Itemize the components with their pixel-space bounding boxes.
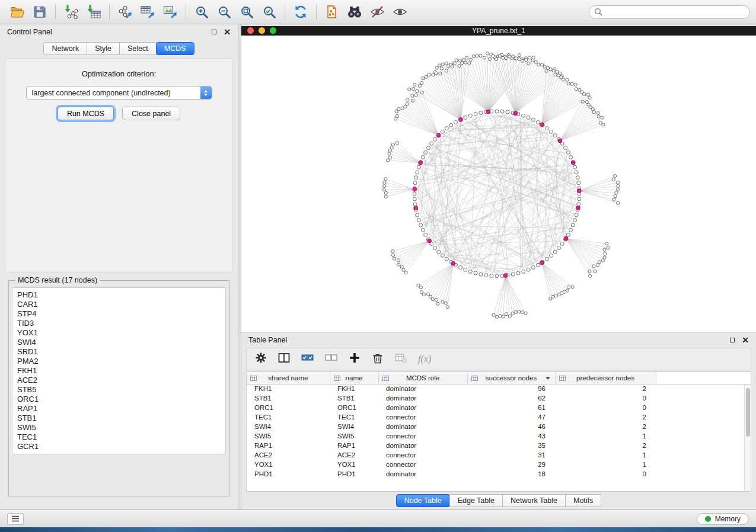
- network-graph[interactable]: [241, 36, 756, 332]
- table-cell[interactable]: 1: [555, 450, 656, 460]
- refresh-button[interactable]: [289, 2, 312, 21]
- table-cell[interactable]: 2: [555, 384, 656, 393]
- mcds-node-item[interactable]: TEC1: [17, 432, 221, 442]
- table-cell[interactable]: ACE2: [247, 450, 330, 460]
- close-table-panel-button[interactable]: ✕: [742, 337, 749, 343]
- mcds-node-item[interactable]: ORC1: [17, 395, 221, 404]
- minimize-window-button[interactable]: [259, 27, 265, 34]
- table-cell[interactable]: YOX1: [330, 460, 378, 469]
- close-panel-button[interactable]: ✕: [224, 29, 231, 35]
- criterion-dropdown[interactable]: largest connected component (undirected): [26, 86, 212, 100]
- table-cell[interactable]: 46: [467, 422, 555, 431]
- mcds-node-item[interactable]: FKH1: [17, 366, 221, 376]
- table-cell[interactable]: dominator: [378, 393, 467, 403]
- table-cell[interactable]: 1: [555, 460, 656, 469]
- table-cell[interactable]: 62: [467, 393, 555, 403]
- mcds-node-item[interactable]: GCR1: [17, 442, 221, 451]
- table-cell[interactable]: 43: [467, 431, 555, 441]
- column-header-predecessor-nodes[interactable]: predecessor nodes: [555, 372, 656, 384]
- table-cell[interactable]: dominator: [378, 422, 467, 431]
- table-scrollbar-thumb[interactable]: [746, 388, 750, 437]
- table-cell[interactable]: 31: [467, 450, 555, 460]
- table-cell[interactable]: 47: [467, 412, 555, 422]
- table-cell[interactable]: 29: [467, 460, 555, 469]
- run-mcds-button[interactable]: Run MCDS: [58, 107, 114, 120]
- maximize-window-button[interactable]: [270, 27, 276, 34]
- export-network-button[interactable]: [114, 2, 136, 21]
- search-network-button[interactable]: [343, 2, 366, 21]
- show-columns-button[interactable]: [278, 352, 290, 366]
- memory-button[interactable]: Memory: [697, 513, 749, 525]
- table-cell[interactable]: connector: [378, 460, 467, 469]
- float-panel-button[interactable]: [212, 28, 216, 36]
- table-cell[interactable]: TEC1: [330, 412, 378, 422]
- table-row[interactable]: RAP1RAP1dominator352: [247, 441, 751, 450]
- table-cell[interactable]: dominator: [378, 384, 467, 393]
- table-row[interactable]: SWI4SWI4dominator462: [247, 422, 751, 431]
- delete-table-button[interactable]: [395, 352, 407, 366]
- export-image-button[interactable]: [159, 2, 181, 21]
- table-cell[interactable]: 96: [467, 384, 555, 393]
- table-row[interactable]: STB1STB1dominator620: [247, 393, 751, 403]
- table-cell[interactable]: dominator: [378, 469, 467, 479]
- tab-network-table[interactable]: Network Table: [502, 494, 566, 507]
- mcds-node-item[interactable]: SWI4: [17, 338, 221, 347]
- tab-edge-table[interactable]: Edge Table: [449, 494, 503, 507]
- mcds-node-item[interactable]: SRD1: [17, 347, 221, 357]
- float-table-panel-button[interactable]: [730, 336, 735, 344]
- duplicate-network-button[interactable]: [321, 2, 343, 21]
- table-cell[interactable]: dominator: [378, 403, 467, 412]
- table-cell[interactable]: FKH1: [330, 384, 378, 393]
- tab-mcds[interactable]: MCDS: [156, 42, 194, 55]
- column-header-shared-name[interactable]: shared name: [247, 372, 330, 384]
- open-session-button[interactable]: [6, 2, 28, 21]
- delete-column-button[interactable]: [372, 352, 384, 367]
- table-row[interactable]: ACE2ACE2connector311: [247, 450, 751, 460]
- close-mcds-panel-button[interactable]: Close panel: [122, 107, 180, 120]
- table-cell[interactable]: PHD1: [330, 469, 378, 479]
- table-row[interactable]: PHD1PHD1dominator180: [247, 469, 751, 479]
- table-cell[interactable]: STB1: [247, 393, 330, 403]
- table-cell[interactable]: ORC1: [247, 403, 330, 412]
- table-row[interactable]: FKH1FKH1dominator962: [247, 384, 751, 393]
- table-cell[interactable]: connector: [378, 431, 467, 441]
- hide-graphics-details-button[interactable]: [366, 2, 388, 21]
- mcds-node-item[interactable]: PMA2: [17, 357, 221, 366]
- mcds-node-item[interactable]: RAP1: [17, 404, 221, 414]
- table-cell[interactable]: dominator: [378, 441, 467, 450]
- table-cell[interactable]: 61: [467, 403, 555, 412]
- tab-select[interactable]: Select: [119, 42, 157, 55]
- mcds-node-item[interactable]: SWI5: [17, 423, 221, 432]
- table-cell[interactable]: 18: [467, 469, 555, 479]
- close-window-button[interactable]: [247, 27, 254, 34]
- table-cell[interactable]: connector: [378, 412, 467, 422]
- table-row[interactable]: TEC1TEC1connector472: [247, 412, 751, 422]
- table-row[interactable]: YOX1YOX1connector291: [247, 460, 751, 469]
- table-cell[interactable]: SWI4: [247, 422, 330, 431]
- deselect-all-button[interactable]: [325, 352, 337, 366]
- search-input[interactable]: [589, 5, 750, 19]
- column-header-successor-nodes[interactable]: successor nodes: [467, 372, 555, 384]
- table-cell[interactable]: SWI5: [247, 431, 330, 441]
- mcds-node-item[interactable]: TID3: [17, 319, 221, 328]
- table-cell[interactable]: ORC1: [330, 403, 378, 412]
- table-scrollbar[interactable]: [744, 384, 751, 491]
- table-cell[interactable]: SWI4: [330, 422, 378, 431]
- select-all-button[interactable]: [301, 352, 314, 366]
- tab-node-table[interactable]: Node Table: [396, 494, 450, 507]
- export-table-button[interactable]: [136, 2, 159, 21]
- table-cell[interactable]: 2: [555, 441, 656, 450]
- table-cell[interactable]: SWI5: [330, 431, 378, 441]
- table-row[interactable]: ORC1ORC1dominator610: [247, 403, 751, 412]
- import-table-button[interactable]: [82, 2, 105, 21]
- table-cell[interactable]: RAP1: [330, 441, 378, 450]
- zoom-selected-button[interactable]: [258, 2, 280, 21]
- show-graphics-details-button[interactable]: [388, 2, 411, 21]
- add-column-button[interactable]: [349, 352, 361, 366]
- zoom-in-button[interactable]: [190, 2, 213, 21]
- table-settings-button[interactable]: [255, 352, 267, 366]
- table-cell[interactable]: 0: [555, 393, 656, 403]
- table-cell[interactable]: FKH1: [247, 384, 330, 393]
- table-cell[interactable]: 2: [555, 422, 656, 431]
- table-cell[interactable]: YOX1: [247, 460, 330, 469]
